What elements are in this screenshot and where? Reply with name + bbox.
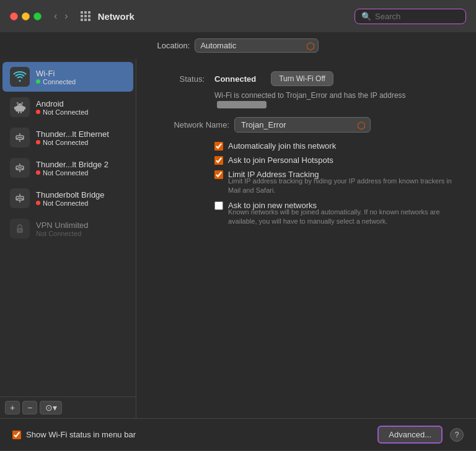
show-wifi-checkbox[interactable] bbox=[12, 431, 21, 439]
ask-new-group: Ask to join new networks Known networks … bbox=[214, 201, 457, 227]
thunderbolt-bridge2-name: Thunder...lt Bridge 2 bbox=[36, 160, 108, 169]
auto-join-label[interactable]: Automatically join this network bbox=[228, 141, 336, 151]
sidebar-item-android[interactable]: Android Not Connected bbox=[2, 92, 133, 122]
location-select[interactable]: Automatic Edit Locations... bbox=[195, 38, 319, 53]
sidebar-item-vpn[interactable]: VPN Unlimited Not Connected bbox=[2, 214, 133, 243]
svg-point-29 bbox=[19, 230, 20, 231]
search-icon: 🔍 bbox=[361, 12, 371, 21]
android-name: Android bbox=[36, 99, 88, 108]
traffic-lights bbox=[10, 12, 42, 20]
titlebar: ‹ › Network 🔍 bbox=[0, 0, 476, 32]
search-box[interactable]: 🔍 bbox=[355, 9, 466, 24]
vpn-text: VPN Unlimited Not Connected bbox=[36, 221, 89, 237]
vpn-icon bbox=[10, 219, 30, 239]
status-description-row: Wi-Fi is connected to Trojan_Error and h… bbox=[155, 95, 457, 108]
action-menu-button[interactable]: ⊙▾ bbox=[40, 401, 62, 414]
thunderbolt-bridge-status: Not Connected bbox=[36, 199, 105, 207]
turn-wifi-button[interactable]: Turn Wi-Fi Off bbox=[271, 71, 333, 86]
svg-rect-9 bbox=[20, 112, 22, 113]
network-name-select[interactable]: Trojan_Error bbox=[234, 117, 371, 133]
main-panel: Status: Connected Turn Wi-Fi Off Wi-Fi i… bbox=[136, 59, 476, 418]
network-name-row: Network Name: Trojan_Error ⬡ bbox=[155, 117, 457, 133]
auto-join-checkbox[interactable] bbox=[214, 142, 223, 151]
wifi-name: Wi-Fi bbox=[36, 69, 76, 78]
android-item-text: Android Not Connected bbox=[36, 99, 88, 116]
status-value: Connected bbox=[214, 74, 256, 84]
android-network-icon bbox=[10, 97, 30, 117]
android-status-label: Not Connected bbox=[43, 108, 88, 116]
grid-icon[interactable] bbox=[81, 11, 90, 21]
advanced-button[interactable]: Advanced... bbox=[377, 426, 443, 444]
thunderbolt-bridge-icon bbox=[10, 188, 30, 208]
status-description: Wi-Fi is connected to Trojan_Error and h… bbox=[214, 91, 457, 108]
sidebar-item-thunderbolt-bridge[interactable]: Thunderbolt Bridge Not Connected bbox=[2, 183, 133, 213]
action-icon: ⊙▾ bbox=[45, 403, 57, 413]
limit-ip-desc: Limit IP address tracking by hiding your… bbox=[228, 177, 457, 196]
help-button[interactable]: ? bbox=[450, 428, 464, 442]
vpn-status-label: Not Connected bbox=[36, 230, 81, 237]
thunderbolt-eth-name: Thunder...lt Ethernet bbox=[36, 129, 109, 139]
forward-button[interactable]: › bbox=[62, 9, 70, 23]
android-status: Not Connected bbox=[36, 108, 88, 116]
status-row: Status: Connected Turn Wi-Fi Off bbox=[155, 71, 457, 86]
personal-hotspot-row: Ask to join Personal Hotspots bbox=[214, 155, 457, 165]
svg-rect-1 bbox=[17, 103, 22, 107]
vpn-name: VPN Unlimited bbox=[36, 221, 89, 230]
show-wifi-row: Show Wi-Fi status in menu bar bbox=[12, 430, 370, 439]
wifi-network-icon bbox=[10, 67, 30, 87]
ask-new-desc: Known networks will be joined automatica… bbox=[228, 208, 457, 227]
search-input[interactable] bbox=[375, 12, 459, 21]
thunderbolt-bridge2-icon bbox=[10, 158, 30, 178]
thunderbolt-eth-status-label: Not Connected bbox=[43, 139, 88, 146]
svg-rect-7 bbox=[24, 107, 25, 110]
svg-rect-6 bbox=[14, 107, 15, 110]
location-select-wrapper: Automatic Edit Locations... ⬡ bbox=[195, 38, 319, 53]
minimize-button[interactable] bbox=[22, 12, 30, 20]
thunderbolt-bridge-status-label: Not Connected bbox=[43, 199, 88, 207]
sidebar-item-wifi[interactable]: Wi-Fi Connected bbox=[2, 62, 133, 92]
thunderbolt-eth-icon bbox=[10, 128, 30, 147]
auto-join-row: Automatically join this network bbox=[214, 141, 457, 151]
android-status-dot bbox=[36, 110, 40, 114]
wifi-status-dot bbox=[36, 79, 40, 84]
bottom-bar: Show Wi-Fi status in menu bar Advanced..… bbox=[0, 418, 476, 450]
limit-ip-group: Limit IP Address Tracking Limit IP addre… bbox=[214, 170, 457, 196]
ip-address-blurred bbox=[217, 101, 267, 108]
vpn-status: Not Connected bbox=[36, 230, 89, 237]
thunderbolt-eth-text: Thunder...lt Ethernet Not Connected bbox=[36, 129, 109, 146]
svg-point-4 bbox=[18, 105, 19, 106]
sidebar: Wi-Fi Connected bbox=[0, 59, 136, 418]
thunderbolt-bridge2-status-label: Not Connected bbox=[43, 169, 88, 177]
add-network-button[interactable]: + bbox=[5, 401, 20, 414]
thunderbolt-bridge2-status: Not Connected bbox=[36, 169, 108, 177]
network-name-label: Network Name: bbox=[155, 120, 229, 129]
thunderbolt-eth-status: Not Connected bbox=[36, 139, 109, 146]
wifi-status-label: Connected bbox=[43, 78, 76, 85]
wifi-status: Connected bbox=[36, 78, 76, 85]
back-button[interactable]: ‹ bbox=[51, 9, 60, 23]
checkbox-section: Automatically join this network Ask to j… bbox=[214, 141, 457, 227]
limit-ip-checkbox[interactable] bbox=[214, 170, 223, 179]
remove-network-button[interactable]: − bbox=[22, 401, 37, 414]
sidebar-item-thunderbolt-eth[interactable]: Thunder...lt Ethernet Not Connected bbox=[2, 123, 133, 152]
ask-new-checkbox[interactable] bbox=[214, 201, 223, 210]
svg-point-5 bbox=[20, 105, 22, 106]
sidebar-item-thunderbolt-bridge2[interactable]: Thunder...lt Bridge 2 Not Connected bbox=[2, 153, 133, 183]
location-bar: Location: Automatic Edit Locations... ⬡ bbox=[0, 32, 476, 59]
status-label: Status: bbox=[155, 74, 205, 84]
svg-line-2 bbox=[17, 102, 18, 103]
main-content: Wi-Fi Connected bbox=[0, 59, 476, 418]
show-wifi-label[interactable]: Show Wi-Fi status in menu bar bbox=[26, 430, 136, 439]
location-label: Location: bbox=[157, 41, 190, 50]
personal-hotspot-checkbox[interactable] bbox=[214, 156, 223, 165]
thunderbolt-bridge2-text: Thunder...lt Bridge 2 Not Connected bbox=[36, 160, 108, 177]
maximize-button[interactable] bbox=[33, 12, 42, 20]
sidebar-list: Wi-Fi Connected bbox=[0, 59, 136, 396]
thunderbolt-bridge-text: Thunderbolt Bridge Not Connected bbox=[36, 190, 105, 207]
thunderbolt-bridge-name: Thunderbolt Bridge bbox=[36, 190, 105, 199]
svg-rect-8 bbox=[18, 112, 19, 113]
personal-hotspot-label[interactable]: Ask to join Personal Hotspots bbox=[228, 155, 333, 165]
window-title: Network bbox=[98, 11, 350, 22]
nav-buttons: ‹ › bbox=[51, 9, 71, 23]
close-button[interactable] bbox=[10, 12, 18, 20]
